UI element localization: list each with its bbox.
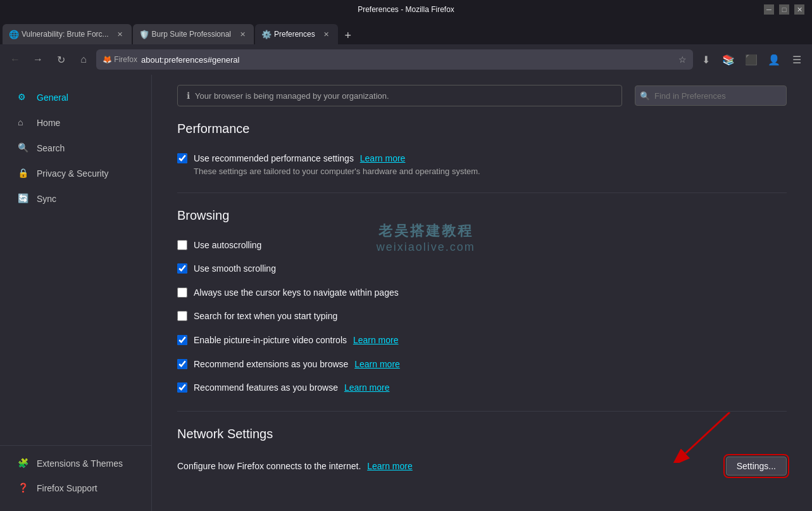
checkbox-search-typing: Search for text when you start typing (177, 309, 787, 324)
tab-close-burp[interactable]: ✕ (237, 29, 247, 39)
checkbox-cursor-keys: Always use the cursor keys to navigate w… (177, 286, 787, 301)
tab-vulnerability[interactable]: 🌐 Vulnerability: Brute Forc... ✕ (3, 24, 132, 44)
recommend-extensions-label: Recommend extensions as you browse (194, 359, 348, 369)
sidebar-item-label-privacy: Privacy & Security (37, 168, 109, 179)
window-title: Preferences - Mozilla Firefox (358, 5, 454, 14)
find-preferences-wrapper: 🔍 (635, 85, 787, 106)
home-button[interactable]: ⌂ (73, 49, 94, 70)
sidebar-item-label-support: Firefox Support (37, 483, 97, 493)
info-bar: ℹ Your browser is being managed by your … (177, 85, 622, 106)
info-bar-text: Your browser is being managed by your or… (195, 91, 389, 101)
settings-button-area: Settings... (726, 457, 787, 476)
new-tab-button[interactable]: + (339, 27, 357, 44)
sync-icon: 🔄 (18, 193, 29, 205)
network-desc: Configure how Firefox connects to the in… (177, 461, 716, 471)
tab-close-vulnerability[interactable]: ✕ (115, 29, 125, 39)
checkbox-autoscrolling: Use autoscrolling (177, 238, 787, 253)
tab-label-burp: Burp Suite Professional (152, 30, 231, 39)
content-area: ℹ Your browser is being managed by your … (152, 75, 812, 511)
tab-burp[interactable]: 🛡️ Burp Suite Professional ✕ (133, 24, 254, 44)
pip-learn-more-link[interactable]: Learn more (353, 335, 399, 345)
performance-checkboxes: Use recommended performance settings Lea… (177, 151, 787, 177)
sidebar-item-privacy[interactable]: 🔒 Privacy & Security (5, 161, 146, 186)
cursor-keys-checkbox[interactable] (177, 287, 187, 298)
checkbox-recommended-performance: Use recommended performance settings Lea… (177, 151, 787, 177)
divider-browsing-network (177, 411, 787, 412)
toolbar: ← → ↻ ⌂ 🦊 Firefox about:preferences#gene… (0, 44, 812, 75)
performance-learn-more-link[interactable]: Learn more (360, 153, 406, 163)
tab-close-preferences[interactable]: ✕ (322, 29, 332, 39)
recommend-features-label: Recommend features as you browse (194, 382, 338, 393)
sidebar-item-general[interactable]: ⚙ General (5, 85, 146, 110)
network-settings-row: Configure how Firefox connects to the in… (177, 457, 787, 476)
cursor-keys-label: Always use the cursor keys to navigate w… (194, 287, 399, 300)
autoscrolling-checkbox[interactable] (177, 240, 187, 250)
sidebar-item-sync[interactable]: 🔄 Sync (5, 187, 146, 211)
sidebar-item-label-general: General (37, 92, 68, 103)
sidebar: ⚙ General ⌂ Home 🔍 Search 🔒 Privacy & Se… (0, 75, 152, 511)
sidebar-item-extensions[interactable]: 🧩 Extensions & Themes (5, 451, 146, 476)
pip-checkbox[interactable] (177, 335, 187, 345)
minimize-button[interactable]: ─ (764, 4, 774, 15)
window-controls: ─ □ ✕ (764, 4, 804, 15)
download-button[interactable]: ⬇ (696, 49, 716, 70)
find-preferences-input[interactable] (635, 85, 787, 106)
pip-label: Enable picture-in-picture video controls (194, 335, 347, 345)
performance-sub-text: These settings are tailored to your comp… (194, 167, 480, 176)
library-button[interactable]: 📚 (718, 49, 739, 70)
checkbox-recommend-features: Recommend features as you browse Learn m… (177, 381, 787, 396)
titlebar: Preferences - Mozilla Firefox ─ □ ✕ (0, 0, 812, 19)
restore-button[interactable]: □ (779, 4, 789, 15)
search-icon: 🔍 (18, 142, 29, 154)
checkbox-label-wrapper: Use recommended performance settings Lea… (194, 153, 480, 176)
help-icon: ❓ (18, 483, 29, 494)
back-button[interactable]: ← (5, 49, 25, 70)
gear-icon: ⚙ (18, 92, 29, 103)
reload-button[interactable]: ↻ (51, 49, 71, 70)
tab-label-preferences: Preferences (274, 30, 315, 39)
network-desc-text: Configure how Firefox connects to the in… (177, 461, 361, 471)
recommend-features-checkbox[interactable] (177, 382, 187, 393)
autoscrolling-label: Use autoscrolling (194, 239, 261, 252)
sidebar-item-support[interactable]: ❓ Firefox Support (5, 476, 146, 500)
firefox-label: 🦊 Firefox (103, 55, 137, 64)
checkbox-recommend-extensions: Recommend extensions as you browse Learn… (177, 357, 787, 372)
puzzle-icon: 🧩 (18, 458, 29, 469)
svg-line-1 (685, 412, 730, 453)
tab-preferences[interactable]: ⚙️ Preferences ✕ (255, 24, 338, 44)
recommended-performance-checkbox[interactable] (177, 153, 187, 163)
sidebar-item-search[interactable]: 🔍 Search (5, 136, 146, 160)
forward-button[interactable]: → (28, 49, 48, 70)
smooth-scrolling-label: Use smooth scrolling (194, 263, 276, 275)
recommended-performance-label: Use recommended performance settings (194, 153, 354, 163)
network-learn-more-link[interactable]: Learn more (367, 461, 413, 471)
checkbox-smooth-scrolling: Use smooth scrolling (177, 262, 787, 277)
bookmark-star-icon[interactable]: ☆ (678, 54, 687, 65)
tabbar: 🌐 Vulnerability: Brute Forc... ✕ 🛡️ Burp… (0, 19, 812, 44)
search-typing-label: Search for text when you start typing (194, 310, 337, 323)
browsing-checkboxes: Use autoscrolling Use smooth scrolling A… (177, 238, 787, 396)
recommend-extensions-checkbox[interactable] (177, 359, 187, 369)
account-button[interactable]: 👤 (764, 49, 784, 70)
close-button[interactable]: ✕ (794, 4, 804, 15)
search-typing-checkbox[interactable] (177, 311, 187, 321)
smooth-scrolling-checkbox[interactable] (177, 263, 187, 274)
url-bar[interactable]: 🦊 Firefox about:preferences#general ☆ (96, 49, 693, 70)
divider-performance-browsing (177, 192, 787, 193)
gear-icon-tab: ⚙️ (261, 30, 270, 39)
page-icon: 🌐 (9, 30, 18, 39)
recommend-features-learn-more-link[interactable]: Learn more (344, 382, 390, 393)
browser-content: ⚙ General ⌂ Home 🔍 Search 🔒 Privacy & Se… (0, 75, 812, 511)
tab-label: Vulnerability: Brute Forc... (22, 30, 109, 39)
top-area: ℹ Your browser is being managed by your … (177, 85, 787, 106)
recommend-extensions-learn-more-link[interactable]: Learn more (354, 359, 400, 369)
sidebar-item-label-search: Search (37, 143, 65, 153)
sidebar-item-label-home: Home (37, 118, 60, 128)
sidebar-bottom: 🧩 Extensions & Themes ❓ Firefox Support (0, 445, 151, 501)
performance-title: Performance (177, 122, 787, 141)
sidebar-item-home[interactable]: ⌂ Home (5, 111, 146, 135)
sidebar-toggle-button[interactable]: ⬛ (741, 49, 761, 70)
lock-icon: 🔒 (18, 168, 29, 179)
sidebar-item-label-sync: Sync (37, 194, 56, 204)
menu-button[interactable]: ☰ (787, 49, 807, 70)
